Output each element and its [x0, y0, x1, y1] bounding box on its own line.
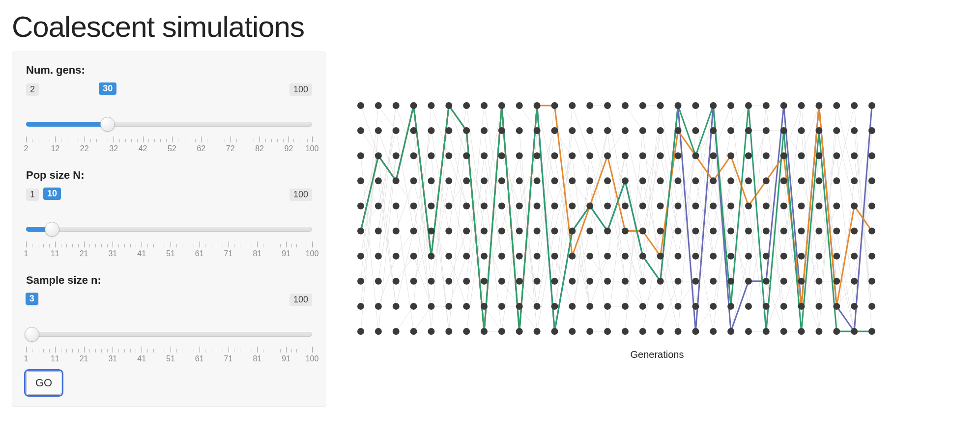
svg-point-393	[534, 253, 541, 260]
svg-line-55	[449, 181, 466, 206]
svg-point-408	[551, 127, 558, 134]
svg-point-322	[410, 278, 417, 285]
svg-line-23	[396, 231, 414, 256]
svg-line-25	[396, 206, 414, 331]
svg-point-476	[675, 177, 682, 184]
svg-point-455	[639, 202, 646, 209]
tick-label: 91	[282, 354, 290, 363]
svg-line-93	[519, 256, 537, 281]
slider-value-pop_size: 10	[43, 188, 61, 200]
svg-point-369	[481, 102, 488, 109]
svg-point-450	[639, 328, 646, 335]
svg-point-457	[639, 152, 646, 159]
svg-point-552	[815, 278, 822, 285]
svg-point-472	[675, 278, 682, 285]
svg-point-396	[534, 177, 541, 184]
svg-point-517	[745, 152, 752, 159]
svg-point-444	[622, 228, 629, 235]
svg-point-397	[534, 152, 541, 159]
svg-point-503	[727, 253, 734, 260]
svg-point-420	[586, 328, 593, 335]
svg-point-564	[833, 228, 840, 235]
tick-label: 91	[282, 249, 290, 258]
svg-line-91	[519, 306, 537, 331]
tick-label: 1	[24, 354, 29, 363]
svg-point-414	[569, 228, 576, 235]
svg-line-191	[695, 181, 713, 306]
svg-point-435	[604, 202, 611, 209]
svg-point-331	[428, 303, 434, 310]
svg-line-78	[484, 131, 502, 256]
svg-point-514	[745, 228, 752, 235]
svg-point-351	[463, 303, 470, 310]
svg-line-56	[449, 181, 466, 256]
svg-point-475	[675, 202, 682, 209]
svg-point-464	[657, 228, 664, 235]
slider-min-num_gens: 2	[26, 83, 39, 96]
svg-point-304	[375, 228, 382, 235]
svg-point-292	[357, 278, 364, 285]
svg-point-311	[393, 303, 400, 310]
plot-area: Generations	[346, 52, 968, 360]
svg-point-325	[410, 202, 417, 209]
svg-point-432	[604, 278, 611, 285]
svg-point-451	[639, 303, 646, 310]
svg-point-390	[534, 328, 541, 335]
svg-point-524	[763, 228, 770, 235]
svg-line-189	[678, 106, 696, 131]
slider-thumb-sample_size[interactable]	[25, 327, 39, 342]
svg-point-365	[481, 202, 488, 209]
svg-point-402	[551, 278, 558, 285]
svg-point-482	[692, 278, 699, 285]
svg-point-381	[516, 303, 523, 310]
slider-track-sample_size[interactable]	[26, 328, 312, 342]
svg-point-409	[551, 102, 558, 109]
svg-point-316	[393, 177, 400, 184]
svg-point-487	[692, 152, 699, 159]
slider-ticks-pop_size: 1112131415161718191100	[26, 238, 312, 257]
svg-point-338	[428, 127, 434, 134]
slider-thumb-num_gens[interactable]	[100, 117, 115, 132]
svg-point-401	[551, 303, 558, 310]
slider-thumb-pop_size[interactable]	[45, 222, 59, 237]
go-button[interactable]: GO	[26, 371, 61, 395]
svg-point-446	[622, 177, 629, 184]
svg-point-406	[551, 177, 558, 184]
svg-point-563	[833, 253, 840, 260]
tick-label: 71	[224, 354, 233, 363]
svg-point-491	[710, 303, 717, 310]
svg-point-507	[727, 152, 734, 159]
svg-point-486	[692, 177, 699, 184]
svg-point-497	[710, 152, 717, 159]
svg-point-579	[851, 102, 858, 109]
svg-point-485	[692, 202, 699, 209]
svg-point-572	[851, 278, 858, 285]
slider-track-pop_size[interactable]	[26, 223, 312, 237]
svg-point-578	[851, 127, 858, 134]
svg-line-89	[502, 106, 519, 131]
svg-line-39	[414, 106, 432, 331]
svg-point-313	[393, 253, 400, 260]
tick-label: 82	[255, 144, 264, 153]
svg-point-533	[780, 253, 787, 260]
slider-value-sample_size: 3	[26, 293, 38, 305]
svg-point-314	[393, 228, 400, 235]
svg-point-549	[798, 102, 805, 109]
svg-point-305	[375, 202, 382, 209]
svg-point-386	[516, 177, 523, 184]
svg-point-536	[780, 177, 787, 184]
svg-point-582	[868, 278, 875, 285]
svg-point-493	[710, 253, 717, 260]
slider-track-num_gens[interactable]	[26, 118, 312, 132]
tick-label: 52	[168, 144, 176, 153]
svg-point-574	[851, 228, 858, 235]
svg-point-488	[692, 127, 699, 134]
svg-point-523	[763, 253, 770, 260]
svg-line-161	[643, 281, 661, 306]
svg-point-545	[798, 202, 805, 209]
svg-point-398	[534, 127, 541, 134]
svg-point-466	[657, 177, 664, 184]
svg-point-291	[357, 303, 364, 310]
tick-label: 62	[197, 144, 205, 153]
tick-label: 92	[285, 144, 293, 153]
